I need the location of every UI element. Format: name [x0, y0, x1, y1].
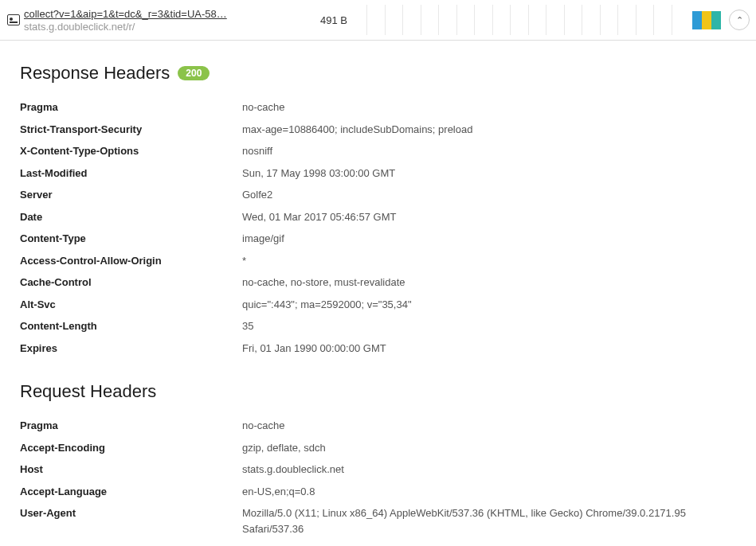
header-name: Accept [20, 543, 242, 546]
header-row: Access-Control-Allow-Origin* [20, 250, 736, 272]
header-value: Fri, 01 Jan 1990 00:00:00 GMT [242, 341, 386, 357]
collapse-button[interactable]: ⌃ [729, 10, 750, 30]
header-name: Access-Control-Allow-Origin [20, 253, 242, 269]
timeline-cell [510, 5, 528, 35]
header-value: Wed, 01 Mar 2017 05:46:57 GMT [242, 209, 396, 225]
header-name: Strict-Transport-Security [20, 122, 242, 138]
header-value: quic=":443"; ma=2592000; v="35,34" [242, 297, 412, 313]
request-url-link[interactable]: collect?v=1&aip=1&t=dc&_r=3&tid=UA-58… [24, 8, 301, 20]
header-row: Accept-Encodinggzip, deflate, sdch [20, 437, 736, 459]
header-name: Date [20, 209, 242, 225]
header-row: Pragmano-cache [20, 415, 736, 437]
request-host: stats.g.doubleclick.net/r/ [24, 21, 301, 33]
header-row: User-AgentMozilla/5.0 (X11; Linux x86_64… [20, 502, 736, 540]
header-value: image/gif [242, 231, 284, 247]
timeline-cell [456, 5, 475, 35]
header-value: image/webp,*/*;q=0.8 [242, 543, 341, 546]
header-name: Pragma [20, 99, 242, 115]
header-value: nosniff [242, 143, 272, 159]
header-row: Pragmano-cache [20, 96, 736, 119]
header-name: Last-Modified [20, 166, 242, 181]
timing-bar-blue [692, 11, 702, 29]
request-row: collect?v=1&aip=1&t=dc&_r=3&tid=UA-58… s… [0, 0, 756, 41]
timeline-cell [600, 5, 618, 35]
response-headers-label: Response Headers [20, 63, 170, 84]
header-value: Sun, 17 May 1998 03:00:00 GMT [242, 166, 395, 181]
timeline-cell [421, 5, 439, 35]
header-value: no-cache [242, 99, 284, 115]
header-name: Host [20, 462, 242, 478]
header-value: no-cache [242, 418, 284, 434]
timeline-cell [366, 5, 385, 35]
header-value: * [242, 253, 246, 269]
header-value: stats.g.doubleclick.net [242, 462, 344, 478]
header-name: Accept-Encoding [20, 440, 242, 456]
header-row: Acceptimage/webp,*/*;q=0.8 [20, 540, 736, 546]
timeline-cell [653, 5, 672, 35]
header-value: en-US,en;q=0.8 [242, 484, 315, 500]
status-badge: 200 [178, 66, 210, 80]
header-value: Golfe2 [242, 187, 272, 203]
header-name: Pragma [20, 418, 242, 434]
details-panel: Response Headers 200 Pragmano-cacheStric… [0, 41, 756, 546]
header-name: Alt-Svc [20, 297, 242, 313]
timeline-grid [366, 5, 689, 35]
timeline-cell [546, 5, 564, 35]
header-row: DateWed, 01 Mar 2017 05:46:57 GMT [20, 206, 736, 228]
response-headers-title: Response Headers 200 [20, 63, 736, 84]
header-row: X-Content-Type-Optionsnosniff [20, 140, 736, 162]
timeline-cell [672, 5, 690, 35]
header-value: no-cache, no-store, must-revalidate [242, 275, 405, 291]
image-type-icon [0, 14, 22, 25]
header-row: Content-Length35 [20, 315, 736, 337]
header-name: Server [20, 187, 242, 203]
timeline-cell [474, 5, 492, 35]
timeline-cell [492, 5, 511, 35]
request-headers-list: Pragmano-cacheAccept-Encodinggzip, defla… [20, 415, 736, 546]
header-row: Hoststats.g.doubleclick.net [20, 458, 736, 481]
timing-bars [689, 11, 724, 29]
header-name: Accept-Language [20, 484, 242, 500]
request-headers-title: Request Headers [20, 381, 736, 402]
timeline-cell [617, 5, 636, 35]
timeline-cell [438, 5, 456, 35]
header-row: ExpiresFri, 01 Jan 1990 00:00:00 GMT [20, 337, 736, 360]
header-name: Content-Type [20, 231, 242, 247]
header-value: 35 [242, 318, 253, 334]
header-value: Mozilla/5.0 (X11; Linux x86_64) AppleWeb… [242, 505, 736, 536]
request-size: 491 B [301, 14, 366, 26]
request-headers-label: Request Headers [20, 381, 156, 402]
header-name: Expires [20, 341, 242, 357]
header-name: User-Agent [20, 505, 242, 536]
header-row: Accept-Languageen-US,en;q=0.8 [20, 481, 736, 503]
header-row: ServerGolfe2 [20, 184, 736, 206]
header-name: X-Content-Type-Options [20, 143, 242, 159]
timeline-cell [564, 5, 582, 35]
header-row: Strict-Transport-Securitymax-age=1088640… [20, 119, 736, 141]
header-row: Last-ModifiedSun, 17 May 1998 03:00:00 G… [20, 162, 736, 185]
response-headers-list: Pragmano-cacheStrict-Transport-Securitym… [20, 96, 736, 359]
chevron-up-icon: ⌃ [736, 15, 743, 25]
header-row: Cache-Controlno-cache, no-store, must-re… [20, 271, 736, 294]
timeline-cell [385, 5, 403, 35]
header-value: max-age=10886400; includeSubDomains; pre… [242, 122, 472, 138]
header-name: Cache-Control [20, 275, 242, 291]
header-value: gzip, deflate, sdch [242, 440, 326, 456]
header-row: Alt-Svcquic=":443"; ma=2592000; v="35,34… [20, 294, 736, 316]
timeline-cell [582, 5, 600, 35]
timeline-cell [528, 5, 546, 35]
header-name: Content-Length [20, 318, 242, 334]
timing-bar-teal [711, 11, 721, 29]
header-row: Content-Typeimage/gif [20, 228, 736, 250]
request-info: collect?v=1&aip=1&t=dc&_r=3&tid=UA-58… s… [22, 8, 301, 33]
timeline-cell [636, 5, 654, 35]
timeline-cell [402, 5, 421, 35]
timing-bar-yellow [702, 11, 711, 29]
